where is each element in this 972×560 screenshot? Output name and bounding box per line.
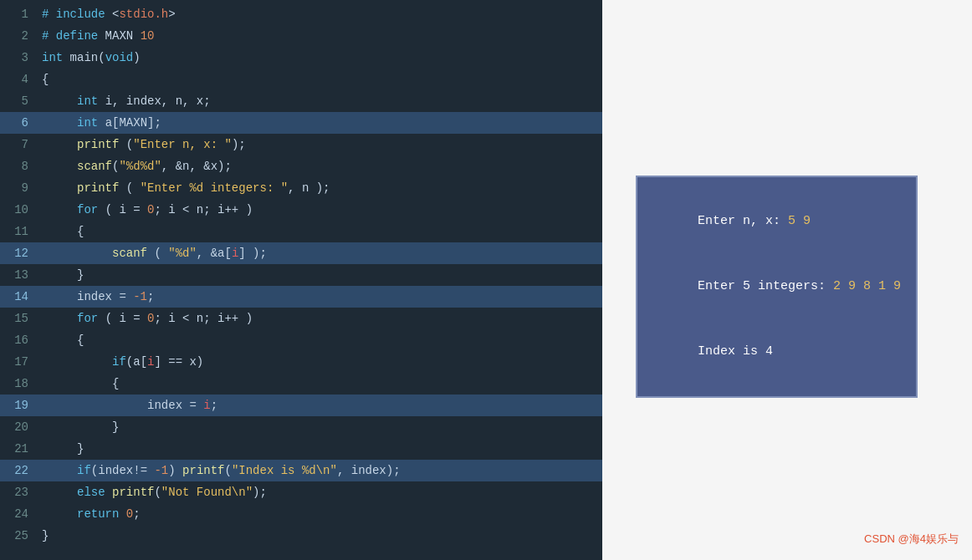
token-var: main( xyxy=(63,51,105,64)
code-panel: 1# include <stdio.h>2# define MAXN 103in… xyxy=(0,0,602,560)
code-row: 16 { xyxy=(0,329,602,351)
line-number: 18 xyxy=(0,373,38,395)
token-var: ) xyxy=(168,464,175,477)
code-row: 6 int a[MAXN]; xyxy=(0,112,602,134)
line-content: { xyxy=(38,221,84,242)
line-number: 5 xyxy=(0,90,38,112)
token-var: (a[ xyxy=(126,355,147,369)
token-str: "Index is %d\n" xyxy=(232,464,337,477)
line-content: } xyxy=(38,416,119,438)
watermark: CSDN @海4娱乐与 xyxy=(864,532,959,547)
token-var xyxy=(42,181,77,195)
token-var xyxy=(42,486,77,499)
token-var: ( xyxy=(224,464,231,477)
token-var: index = xyxy=(42,290,133,303)
terminal-line2-prefix: Enter 5 integers: xyxy=(698,279,833,293)
line-number: 21 xyxy=(0,438,38,460)
watermark-csdn: CSDN xyxy=(864,532,898,545)
token-kw: int xyxy=(42,51,63,64)
token-str: "Enter n, x: " xyxy=(133,138,232,151)
line-content: { xyxy=(38,329,84,351)
line-content: int a[MAXN]; xyxy=(38,112,161,134)
token-kw: # define xyxy=(42,29,98,43)
token-kw: else xyxy=(77,486,105,499)
line-number: 20 xyxy=(0,416,38,438)
token-kw: int xyxy=(77,116,98,130)
token-num: 0 xyxy=(126,507,133,521)
token-var: > xyxy=(168,8,175,21)
token-num: 10 xyxy=(141,29,155,43)
token-kw: if xyxy=(112,355,126,369)
line-content: } xyxy=(38,264,84,286)
line-content: # define MAXN 10 xyxy=(38,25,154,47)
token-header: stdio.h xyxy=(119,8,168,21)
token-var xyxy=(42,355,112,369)
token-var: i, index, n, x; xyxy=(98,94,210,108)
token-var: } xyxy=(42,442,84,456)
token-var: ; i < n; i++ ) xyxy=(154,203,253,216)
terminal-line-3: Index is 4 xyxy=(652,319,901,384)
token-fn: printf xyxy=(105,486,155,499)
token-num: -1 xyxy=(154,464,168,477)
line-content: if(index!= -1) printf("Index is %d\n", i… xyxy=(38,460,401,481)
token-var: ); xyxy=(232,138,246,151)
code-row: 5 int i, index, n, x; xyxy=(0,90,602,112)
code-row: 9 printf ( "Enter %d integers: ", n ); xyxy=(0,177,602,199)
line-number: 22 xyxy=(0,460,38,481)
token-var: { xyxy=(42,73,49,86)
code-row: 18 { xyxy=(0,373,602,395)
token-fn: printf xyxy=(176,464,225,477)
code-row: 22 if(index!= -1) printf("Index is %d\n"… xyxy=(0,460,602,481)
code-row: 23 else printf("Not Found\n"); xyxy=(0,481,602,503)
terminal-line2-nums: 2 9 8 1 9 xyxy=(833,279,901,293)
line-number: 10 xyxy=(0,199,38,221)
line-content: for ( i = 0; i < n; i++ ) xyxy=(38,308,253,329)
token-num: -1 xyxy=(133,290,147,303)
code-row: 21 } xyxy=(0,438,602,460)
terminal-line1-nums: 5 9 xyxy=(788,214,811,228)
token-var xyxy=(42,94,77,108)
code-row: 7 printf ("Enter n, x: "); xyxy=(0,134,602,155)
code-row: 20 } xyxy=(0,416,602,438)
line-content: } xyxy=(38,438,84,460)
token-var: ; xyxy=(147,290,154,303)
token-kw: # include xyxy=(42,8,105,21)
token-var: { xyxy=(42,225,84,238)
token-var: a[MAXN]; xyxy=(98,116,161,130)
token-var: , n ); xyxy=(288,181,330,195)
token-var: ( i = xyxy=(98,203,147,216)
token-var xyxy=(42,160,77,173)
token-var: index = xyxy=(42,399,203,412)
line-number: 12 xyxy=(0,242,38,264)
line-content: index = i; xyxy=(38,395,217,416)
line-content: scanf("%d%d", &n, &x); xyxy=(38,155,232,177)
line-number: 9 xyxy=(0,177,38,199)
token-var: } xyxy=(42,268,84,282)
code-row: 19 index = i; xyxy=(0,395,602,416)
code-row: 24 return 0; xyxy=(0,503,602,525)
token-var xyxy=(42,203,77,216)
terminal-box: Enter n, x: 5 9 Enter 5 integers: 2 9 8 … xyxy=(636,176,918,398)
terminal-line-2: Enter 5 integers: 2 9 8 1 9 xyxy=(652,254,901,319)
token-var: ( xyxy=(119,138,133,151)
token-var: } xyxy=(42,420,119,434)
line-number: 11 xyxy=(0,221,38,242)
token-var: ; xyxy=(133,507,140,521)
line-number: 23 xyxy=(0,481,38,503)
line-content: scanf ( "%d", &a[i] ); xyxy=(38,242,267,264)
token-kw: return xyxy=(77,507,119,521)
terminal-line1-prefix: Enter n, x: xyxy=(698,214,788,228)
token-str: "%d" xyxy=(168,247,197,260)
code-row: 2# define MAXN 10 xyxy=(0,25,602,47)
line-content: { xyxy=(38,69,49,90)
line-content: for ( i = 0; i < n; i++ ) xyxy=(38,199,253,221)
terminal-line3-text: Index is 4 xyxy=(698,344,773,359)
token-fn: printf xyxy=(77,138,119,151)
code-row: 11 { xyxy=(0,221,602,242)
token-var: ] ); xyxy=(238,247,267,260)
token-var: , index); xyxy=(337,464,401,477)
token-kw: void xyxy=(105,51,134,64)
token-kw: if xyxy=(77,464,91,477)
code-row: 1# include <stdio.h> xyxy=(0,3,602,25)
line-number: 4 xyxy=(0,69,38,90)
